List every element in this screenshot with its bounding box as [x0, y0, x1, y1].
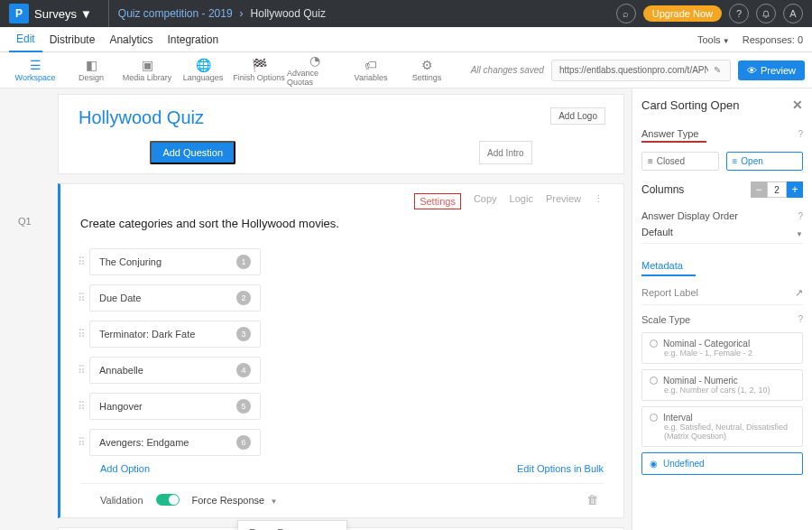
scale-option-example: e.g. Number of cars (1, 2, 10) [664, 386, 795, 395]
avatar[interactable]: A [783, 4, 803, 23]
drag-handle-icon[interactable]: ⠿ [71, 292, 89, 304]
radio-icon [650, 339, 658, 348]
tool-media-label: Media Library [123, 73, 172, 82]
help-icon[interactable]: ? [729, 4, 749, 23]
tool-design[interactable]: ◧Design [63, 59, 119, 82]
add-question-button[interactable]: Add Question [150, 141, 235, 164]
option-label: Terminator: Dark Fate [99, 329, 195, 339]
survey-title[interactable]: Hollywood Quiz [78, 107, 204, 128]
edit-url-icon[interactable]: ✎ [708, 65, 726, 75]
edit-bulk-link[interactable]: Edit Options in Bulk [517, 463, 604, 474]
validation-label: Validation [100, 495, 143, 506]
option-item[interactable]: Hangover5 [89, 393, 261, 420]
answer-type-closed[interactable]: ≡Closed [641, 152, 719, 171]
closed-label: Closed [657, 156, 685, 166]
tool-finish-label: Finish Options [233, 73, 285, 82]
validation-toggle[interactable] [156, 494, 180, 506]
add-logo-button[interactable]: Add Logo [550, 107, 605, 125]
scale-undefined[interactable]: ◉Undefined [641, 452, 803, 475]
tool-quotas[interactable]: ◔Advance Quotas [287, 54, 343, 87]
tab-distribute[interactable]: Distribute [42, 28, 103, 51]
option-item[interactable]: Terminator: Dark Fate3 [89, 321, 261, 348]
tool-workspace[interactable]: ☰Workspace [7, 59, 63, 82]
flag-icon: 🏁 [252, 59, 267, 71]
columns-increment[interactable]: + [787, 181, 803, 198]
eye-icon: 👁 [747, 65, 757, 76]
scale-nominal-numeric[interactable]: Nominal - Numeric e.g. Number of cars (1… [641, 369, 803, 401]
survey-url-field[interactable]: https://entlabs.questionpro.com/t/APNs ✎ [551, 60, 731, 81]
tab-integration[interactable]: Integration [160, 28, 226, 51]
option-item[interactable]: The Conjuring1 [89, 248, 261, 275]
upgrade-button[interactable]: Upgrade Now [643, 5, 722, 22]
radio-icon [650, 377, 658, 385]
tab-analytics[interactable]: Analytics [102, 28, 160, 51]
bell-icon[interactable] [756, 4, 776, 23]
media-icon: ▣ [142, 59, 153, 71]
order-select[interactable]: Default [641, 227, 673, 239]
help-icon[interactable]: ? [798, 129, 803, 139]
option-item[interactable]: Due Date2 [89, 284, 261, 311]
question-preview-button[interactable]: Preview [546, 193, 581, 209]
option-row: ⠿Hangover5 [71, 391, 604, 422]
option-item[interactable]: Annabelle4 [89, 357, 261, 384]
option-index: 1 [236, 255, 251, 269]
answer-type-open[interactable]: ≡Open [726, 152, 804, 171]
help-icon[interactable]: ? [798, 314, 803, 325]
responses-count: Responses: 0 [743, 34, 803, 45]
add-option-link[interactable]: Add Option [100, 463, 150, 474]
tool-settings[interactable]: ⚙Settings [399, 59, 455, 82]
tab-edit[interactable]: Edit [9, 27, 42, 52]
drag-handle-icon[interactable]: ⠿ [71, 400, 89, 413]
help-icon[interactable]: ? [798, 211, 803, 221]
open-label: Open [741, 156, 762, 166]
tool-media[interactable]: ▣Media Library [119, 59, 175, 82]
breadcrumb-current: Hollywood Quiz [251, 7, 326, 20]
scale-option-label: Interval [663, 413, 693, 423]
drag-handle-icon[interactable]: ⠿ [71, 364, 89, 377]
question-logic-button[interactable]: Logic [510, 193, 533, 209]
external-link-icon[interactable]: ↗ [795, 287, 803, 299]
delete-question-icon[interactable]: 🗑 [586, 493, 598, 507]
question-copy-button[interactable]: Copy [474, 193, 497, 209]
scale-interval[interactable]: Interval e.g. Satisfied, Neutral, Dissat… [641, 406, 803, 447]
menu-item-force[interactable]: Force Response [238, 521, 346, 530]
tool-finish[interactable]: 🏁Finish Options [231, 59, 287, 82]
tool-variables-label: Variables [355, 73, 388, 82]
columns-decrement[interactable]: − [751, 181, 767, 198]
breadcrumb-project[interactable]: Quiz competition - 2019 [118, 7, 233, 20]
scale-option-example: e.g. Male - 1, Female - 2 [664, 349, 795, 358]
breadcrumb: Quiz competition - 2019 › Hollywood Quiz [118, 7, 326, 20]
option-index: 2 [236, 291, 251, 305]
toolrow: ☰Workspace ◧Design ▣Media Library 🌐Langu… [0, 52, 812, 88]
option-row: ⠿Terminator: Dark Fate3 [71, 319, 604, 349]
drag-handle-icon[interactable]: ⠿ [71, 436, 89, 449]
question-settings-button[interactable]: Settings [414, 193, 461, 209]
tool-quotas-label: Advance Quotas [287, 69, 343, 87]
preview-label: Preview [761, 65, 796, 76]
chevron-down-icon: ▼ [80, 7, 92, 21]
tool-languages[interactable]: 🌐Languages [175, 59, 231, 82]
app-logo[interactable]: P [9, 4, 29, 23]
drag-handle-icon[interactable]: ⠿ [71, 328, 89, 340]
gear-icon: ⚙ [421, 59, 433, 71]
metadata-tab[interactable]: Metadata [641, 256, 696, 276]
question-more-icon[interactable]: ⋮ [594, 193, 604, 209]
close-panel-icon[interactable]: ✕ [792, 98, 803, 112]
tool-variables[interactable]: 🏷Variables [343, 59, 399, 82]
tag-icon: 🏷 [364, 59, 377, 71]
options-list: ⠿The Conjuring1 ⠿Due Date2 ⠿Terminator: … [71, 246, 604, 458]
answer-type-underline [641, 141, 706, 143]
tools-dropdown[interactable]: Tools [697, 34, 730, 45]
tool-workspace-label: Workspace [15, 73, 56, 82]
option-item[interactable]: Avengers: Endgame6 [89, 429, 261, 456]
search-icon[interactable]: ⌕ [616, 4, 636, 23]
option-label: Avengers: Endgame [99, 437, 189, 448]
preview-button[interactable]: 👁 Preview [738, 60, 805, 80]
question-text[interactable]: Create categories and sort the Hollywood… [80, 217, 604, 230]
option-row: ⠿Annabelle4 [71, 355, 604, 386]
add-intro-button[interactable]: Add Intro [479, 141, 532, 164]
surveys-dropdown[interactable]: Surveys ▼ [34, 7, 92, 21]
force-response-dropdown[interactable]: Force Response [192, 495, 278, 506]
scale-nominal-categorical[interactable]: Nominal - Categorical e.g. Male - 1, Fem… [641, 332, 803, 364]
drag-handle-icon[interactable]: ⠿ [71, 256, 89, 268]
